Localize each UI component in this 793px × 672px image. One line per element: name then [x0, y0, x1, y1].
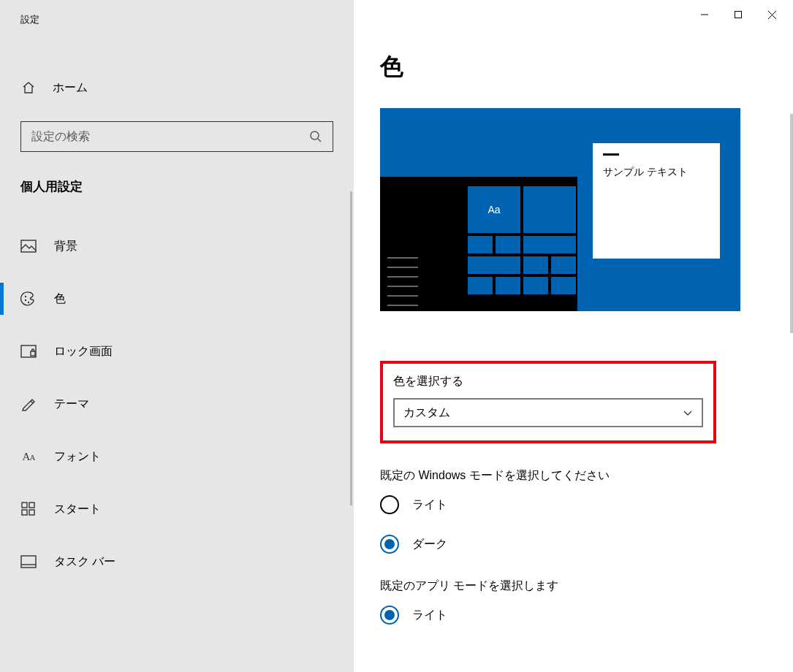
taskbar-icon — [20, 554, 37, 570]
page-title: 色 — [380, 51, 770, 83]
preview-sample-text: サンプル テキスト — [603, 166, 710, 179]
close-button[interactable] — [755, 1, 789, 28]
sidebar-nav: 背景 色 — [0, 226, 354, 594]
radio-label: ライト — [412, 497, 447, 513]
svg-rect-9 — [22, 510, 27, 515]
svg-point-3 — [25, 299, 26, 301]
palette-icon — [20, 291, 37, 307]
sidebar-item-background[interactable]: 背景 — [0, 226, 354, 267]
sidebar-item-start[interactable]: スタート — [0, 489, 354, 530]
search-icon — [309, 130, 322, 143]
settings-sidebar: 設定 ホーム 個人用設定 — [0, 0, 354, 672]
chevron-down-icon — [683, 409, 693, 416]
radio-icon — [380, 495, 399, 514]
sidebar-item-fonts[interactable]: AA フォント — [0, 436, 354, 477]
sidebar-item-label: ロック画面 — [54, 344, 113, 359]
svg-rect-6 — [31, 351, 35, 356]
color-select-label: 色を選択する — [393, 374, 703, 389]
radio-label: ダーク — [412, 537, 447, 552]
sidebar-item-label: 色 — [54, 291, 66, 307]
app-mode-label: 既定のアプリ モードを選択します — [380, 579, 770, 594]
svg-rect-10 — [29, 510, 34, 515]
windows-mode-light[interactable]: ライト — [380, 495, 770, 514]
minimize-button[interactable] — [688, 1, 721, 28]
sidebar-item-colors[interactable]: 色 — [0, 278, 354, 319]
start-icon — [20, 501, 37, 517]
sidebar-scrollbar[interactable] — [350, 191, 352, 505]
svg-rect-14 — [735, 12, 742, 18]
color-select-highlight: 色を選択する カスタム — [380, 361, 716, 443]
window-title: 設定 — [0, 0, 354, 26]
font-icon: AA — [20, 448, 37, 465]
sidebar-section-title: 個人用設定 — [0, 152, 354, 195]
svg-rect-11 — [21, 556, 36, 568]
svg-point-4 — [28, 302, 29, 303]
sidebar-item-taskbar[interactable]: タスク バー — [0, 541, 354, 582]
svg-rect-8 — [29, 503, 34, 508]
maximize-button[interactable] — [721, 1, 755, 28]
windows-mode-label: 既定の Windows モードを選択してください — [380, 468, 770, 484]
svg-rect-7 — [22, 503, 27, 508]
sidebar-home-label: ホーム — [53, 80, 88, 96]
color-select-value: カスタム — [403, 405, 450, 421]
svg-point-2 — [25, 296, 26, 297]
sidebar-item-lockscreen[interactable]: ロック画面 — [0, 331, 354, 372]
home-icon — [20, 80, 37, 96]
search-input[interactable] — [31, 130, 309, 143]
sidebar-item-label: フォント — [54, 449, 101, 465]
lock-screen-icon — [20, 343, 37, 359]
preview-tile-glyph: Aa — [468, 186, 520, 233]
app-mode-light[interactable]: ライト — [380, 606, 770, 625]
sidebar-item-label: タスク バー — [54, 554, 115, 570]
theme-icon — [20, 396, 37, 412]
theme-preview: Aa サンプル テキスト — [380, 108, 740, 311]
sidebar-item-label: 背景 — [54, 239, 77, 254]
sidebar-item-label: テーマ — [54, 397, 89, 412]
radio-label: ライト — [412, 608, 447, 623]
preview-sample-window: サンプル テキスト — [593, 143, 720, 259]
radio-icon — [380, 535, 399, 554]
main-scrollbar[interactable] — [790, 114, 793, 333]
sidebar-item-label: スタート — [54, 502, 101, 517]
windows-mode-dark[interactable]: ダーク — [380, 535, 770, 554]
svg-rect-1 — [21, 240, 36, 252]
main-content: 色 Aa — [354, 0, 793, 672]
preview-start-menu: Aa — [380, 177, 577, 311]
svg-point-0 — [311, 131, 319, 140]
sidebar-home[interactable]: ホーム — [0, 72, 354, 104]
radio-icon — [380, 606, 399, 625]
settings-search[interactable] — [20, 121, 333, 152]
sidebar-item-themes[interactable]: テーマ — [0, 383, 354, 424]
color-select-dropdown[interactable]: カスタム — [393, 398, 703, 427]
image-icon — [20, 238, 37, 254]
titlebar — [354, 0, 793, 29]
